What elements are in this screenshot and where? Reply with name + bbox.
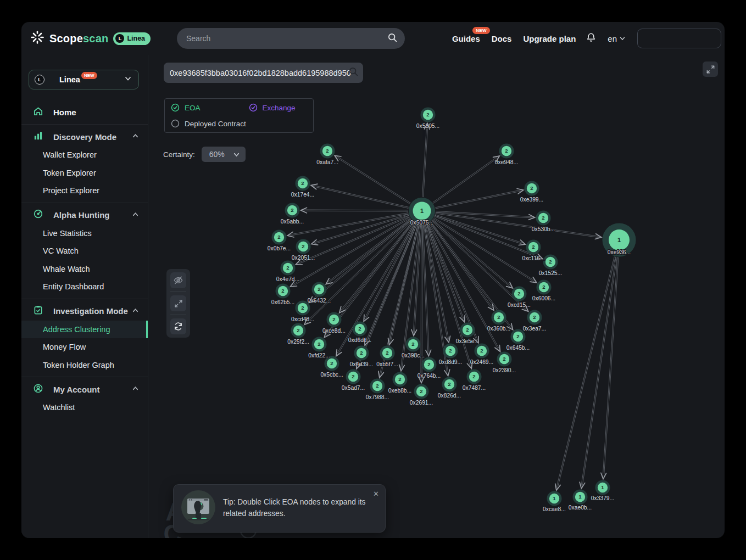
sidebar-item-wallet-explorer[interactable]: Wallet Explorer	[21, 146, 148, 164]
graph-node[interactable]: 2	[460, 323, 475, 338]
sidebar-item-address-clustering[interactable]: Address Clustering	[21, 321, 148, 339]
sidebar-item-live-statistics[interactable]: Live Statistics	[21, 225, 148, 243]
certainty-select[interactable]: 60%	[202, 147, 246, 162]
graph-node[interactable]: 2	[512, 287, 527, 301]
node-address-label: 0x3ea7...	[523, 326, 546, 332]
svg-text:2: 2	[291, 207, 293, 213]
sidebar-item-vc-watch[interactable]: VC Watch	[21, 242, 148, 260]
sidebar-item-whale-watch[interactable]: Whale Watch	[21, 260, 148, 278]
legend-label: Exchange	[263, 104, 296, 112]
search-input[interactable]	[177, 34, 387, 43]
sidebar-item-watchlist[interactable]: Watchlist	[21, 399, 148, 417]
svg-text:1: 1	[617, 237, 621, 243]
graph-node[interactable]: 2	[537, 280, 552, 295]
graph-node[interactable]: 2	[312, 337, 327, 352]
language-selector[interactable]: en	[608, 34, 626, 43]
svg-text:2: 2	[448, 381, 450, 387]
legend-item-exchange[interactable]: Exchange	[249, 103, 296, 112]
address-search-icon[interactable]	[348, 66, 359, 79]
svg-text:2: 2	[318, 286, 320, 292]
edge-arrow-icon	[411, 329, 417, 335]
node-address-label: 0x2390...	[493, 367, 516, 373]
hide-labels-button[interactable]	[170, 272, 186, 288]
sidebar-item-discovery-mode[interactable]: Discovery Mode	[21, 127, 148, 146]
graph-node[interactable]: 2	[285, 203, 300, 218]
graph-node[interactable]: 2	[312, 282, 327, 297]
graph-node[interactable]: 2	[276, 284, 291, 299]
sidebar-item-alpha-hunting[interactable]: Alpha Hunting	[21, 206, 148, 225]
graph-node[interactable]: 2	[492, 310, 506, 325]
graph-node[interactable]: 2	[353, 322, 368, 337]
chevron-up-icon[interactable]	[132, 210, 139, 220]
graph-node[interactable]: 2	[527, 310, 542, 325]
graph-node[interactable]: 2	[443, 344, 458, 359]
graph-node[interactable]: 2	[497, 352, 512, 367]
search-icon[interactable]	[387, 32, 398, 45]
sidebar-item-my-account[interactable]: My Account	[21, 380, 148, 399]
node-address-label: 0x2469...	[470, 359, 493, 365]
legend-item-deployed-contract[interactable]: Deployed Contract	[171, 119, 246, 128]
sidebar-item-money-flow[interactable]: Money Flow	[21, 338, 148, 356]
sidebar-item-token-holder-graph[interactable]: Token Holder Graph	[21, 356, 148, 374]
node-address-label: 0x530b...	[532, 226, 555, 232]
graph-node[interactable]: 2	[272, 230, 287, 245]
expand-graph-button[interactable]	[170, 295, 186, 311]
global-search	[177, 28, 405, 49]
close-icon[interactable]: ✕	[373, 490, 379, 498]
chevron-up-icon[interactable]	[132, 306, 139, 316]
graph-node[interactable]: 2	[327, 312, 342, 327]
graph-node[interactable]: 2	[291, 323, 306, 338]
legend-item-eoa[interactable]: EOA	[171, 103, 201, 112]
graph-node[interactable]: 2	[346, 369, 361, 384]
graph-node[interactable]: 2	[499, 144, 514, 159]
graph-node[interactable]: 2	[467, 369, 482, 384]
svg-text:2: 2	[427, 361, 430, 367]
network-select[interactable]: L Linea NEW	[29, 70, 139, 89]
nav-guides[interactable]: GuidesNEW	[452, 34, 480, 43]
graph-node[interactable]: 1	[573, 490, 588, 505]
sidebar-item-home[interactable]: Home	[21, 103, 148, 121]
clipboard-icon	[33, 305, 43, 317]
graph-node[interactable]: 2	[296, 239, 311, 254]
graph-node[interactable]: 2	[406, 337, 421, 352]
graph-node[interactable]: 1	[595, 480, 610, 495]
chevron-up-icon[interactable]	[132, 384, 139, 394]
nav-upgrade-plan[interactable]: Upgrade plan	[523, 34, 576, 43]
graph-node[interactable]: 2	[543, 255, 558, 270]
graph-node[interactable]: 2	[421, 108, 436, 122]
graph-node[interactable]: 2	[281, 261, 296, 276]
graph-node[interactable]: 1	[547, 491, 562, 506]
node-address-label: 0x5cbc...	[320, 372, 343, 378]
wallet-connect-button[interactable]	[637, 29, 721, 48]
sidebar-item-project-explorer[interactable]: Project Explorer	[21, 182, 148, 200]
target-icon	[33, 209, 43, 221]
notifications-icon[interactable]	[586, 32, 596, 44]
logo[interactable]: Scopescan L Linea	[21, 30, 151, 47]
graph-node[interactable]: 2	[536, 211, 551, 226]
graph-node[interactable]: 2	[320, 144, 335, 159]
graph-node[interactable]: 2	[422, 357, 437, 372]
graph-node[interactable]: 2	[414, 384, 429, 399]
fullscreen-button[interactable]	[703, 61, 718, 77]
graph-node[interactable]: 2	[354, 346, 369, 361]
chevron-up-icon[interactable]	[132, 132, 139, 142]
address-input[interactable]	[164, 69, 363, 77]
node-address-label: 0x62b5...	[271, 299, 294, 305]
graph-node[interactable]: 2	[380, 346, 395, 361]
graph-node[interactable]: 2	[442, 377, 457, 392]
graph-node[interactable]: 2	[296, 176, 310, 191]
refresh-graph-button[interactable]	[170, 318, 186, 334]
graph-node[interactable]: 2	[525, 181, 539, 196]
nav-docs[interactable]: Docs	[492, 34, 512, 43]
sidebar-item-entity-dashboard[interactable]: Entity Dashboard	[21, 278, 148, 296]
svg-text:1: 1	[578, 494, 582, 500]
graph-node[interactable]: 2	[475, 344, 489, 359]
graph-node[interactable]: 2	[526, 240, 541, 255]
graph-node[interactable]: 2	[370, 379, 385, 394]
graph-node[interactable]: 2	[393, 372, 408, 387]
sidebar-item-token-explorer[interactable]: Token Explorer	[21, 164, 148, 182]
node-address-label: 0x1525...	[539, 270, 562, 276]
node-address-label: 0x5abb...	[281, 219, 304, 225]
sidebar-item-investigation-mode[interactable]: Investigation Mode	[21, 302, 148, 321]
network-select-label: Linea	[59, 75, 80, 84]
